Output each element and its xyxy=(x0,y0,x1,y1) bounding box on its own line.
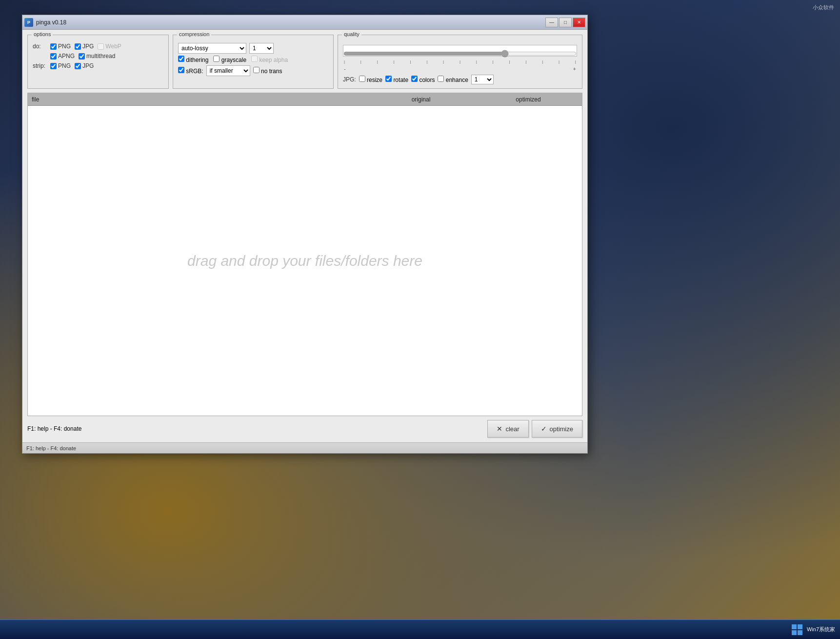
maximize-button[interactable]: □ xyxy=(559,18,572,27)
compression-legend: compression xyxy=(177,31,211,37)
svg-rect-3 xyxy=(798,630,802,635)
taskbar: Win7系统家 xyxy=(0,619,840,639)
title-bar-controls: — □ ✕ xyxy=(545,18,585,27)
optimize-button[interactable]: ✓ optimize xyxy=(532,420,582,438)
do-label: do: xyxy=(33,43,46,50)
status-text: F1: help - F4: donate xyxy=(27,425,81,432)
srgb-label[interactable]: sRGB: xyxy=(178,67,203,75)
button-row: ✕ clear ✓ optimize xyxy=(487,420,582,438)
svg-rect-1 xyxy=(798,624,802,629)
jpg-enhance-checkbox[interactable] xyxy=(438,76,444,82)
window-title: pinga v0.18 xyxy=(36,19,66,26)
jpg-num-select[interactable]: 1 2 3 xyxy=(471,75,494,84)
strip-jpg-checkbox[interactable] xyxy=(75,63,81,69)
do-webp-label[interactable]: WebP xyxy=(98,43,121,50)
close-button[interactable]: ✕ xyxy=(573,18,585,27)
compression-num-select[interactable]: 1 2 3 4 xyxy=(249,43,274,54)
do-multithread-checkbox[interactable] xyxy=(79,53,85,60)
bottom-bar: F1: help - F4: donate ✕ clear ✓ optimize xyxy=(27,420,582,438)
optimize-icon: ✓ xyxy=(541,425,547,433)
no-trans-checkbox[interactable] xyxy=(253,67,260,73)
keep-alpha-checkbox[interactable] xyxy=(251,56,258,62)
jpg-resize-label[interactable]: resize xyxy=(359,76,382,83)
col-optimized-header: optimized xyxy=(475,96,582,103)
do-webp-checkbox[interactable] xyxy=(98,43,104,50)
strip-jpg-label[interactable]: JPG xyxy=(75,62,94,69)
minimize-button[interactable]: — xyxy=(545,18,558,27)
compression-panel: compression auto-lossy lossless lossy au… xyxy=(173,35,334,89)
quality-slider[interactable] xyxy=(343,50,577,58)
clear-icon: ✕ xyxy=(497,425,502,433)
app-content: options do: PNG JPG WebP xyxy=(22,30,587,442)
dithering-label[interactable]: dithering xyxy=(178,56,208,63)
optimize-label: optimize xyxy=(550,425,573,433)
do-apng-label[interactable]: APNG xyxy=(50,53,75,60)
do-multithread-label[interactable]: multithread xyxy=(79,53,115,60)
jpg-resize-checkbox[interactable] xyxy=(359,76,365,82)
clear-button[interactable]: ✕ clear xyxy=(487,420,528,438)
app-icon: P xyxy=(24,18,33,27)
title-bar-left: P pinga v0.18 xyxy=(24,18,66,27)
watermark: 小众软件 xyxy=(813,4,834,11)
no-trans-label[interactable]: no trans xyxy=(253,67,282,75)
options-panel: options do: PNG JPG WebP xyxy=(27,35,169,89)
app-window: P pinga v0.18 — □ ✕ options do: PNG xyxy=(22,15,588,454)
grayscale-label[interactable]: grayscale xyxy=(213,56,246,63)
taskbar-sys-label: Win7系统家 xyxy=(807,626,835,633)
strip-label: strip: xyxy=(33,62,46,69)
srgb-select[interactable]: if smaller always never xyxy=(206,65,250,76)
strip-png-checkbox[interactable] xyxy=(50,63,57,69)
col-file-header: file xyxy=(28,96,367,103)
file-table: file original optimized drag and drop yo… xyxy=(27,93,582,416)
do-png-checkbox[interactable] xyxy=(50,43,57,50)
compression-mode-select[interactable]: auto-lossy lossless lossy auto xyxy=(178,43,246,54)
dithering-checkbox[interactable] xyxy=(178,56,184,62)
do-apng-checkbox[interactable] xyxy=(50,53,57,60)
quality-legend: quality xyxy=(342,31,361,37)
win-logo[interactable] xyxy=(790,623,804,637)
app-statusbar: F1: help - F4: donate xyxy=(22,442,587,453)
svg-rect-0 xyxy=(792,624,797,629)
svg-rect-2 xyxy=(792,630,797,635)
drop-hint: drag and drop your files/folders here xyxy=(187,253,422,269)
slider-marks: ||||| ||||| ||||| xyxy=(343,60,577,64)
quality-panel: quality ||||| ||||| ||||| xyxy=(338,35,582,89)
do-jpg-checkbox[interactable] xyxy=(75,43,81,50)
do-jpg-label[interactable]: JPG xyxy=(75,43,94,50)
grayscale-checkbox[interactable] xyxy=(213,56,220,62)
do-png-label[interactable]: PNG xyxy=(50,43,71,50)
clear-label: clear xyxy=(505,425,519,433)
srgb-checkbox[interactable] xyxy=(178,67,184,73)
taskbar-clock: Win7系统家 xyxy=(790,623,835,637)
title-bar: P pinga v0.18 — □ ✕ xyxy=(22,15,587,30)
keep-alpha-label[interactable]: keep alpha xyxy=(251,56,288,63)
col-original-header: original xyxy=(367,96,475,103)
jpg-colors-label[interactable]: colors xyxy=(411,76,435,83)
top-panels: options do: PNG JPG WebP xyxy=(27,35,582,89)
strip-png-label[interactable]: PNG xyxy=(50,62,71,69)
jpg-rotate-checkbox[interactable] xyxy=(385,76,392,82)
jpg-enhance-label[interactable]: enhance xyxy=(438,76,468,83)
quality-signs: - + xyxy=(343,66,577,72)
file-table-header: file original optimized xyxy=(28,93,582,106)
jpg-rotate-label[interactable]: rotate xyxy=(385,76,408,83)
file-table-body[interactable]: drag and drop your files/folders here xyxy=(28,106,582,416)
windows-logo-icon xyxy=(791,624,803,636)
options-legend: options xyxy=(32,31,53,37)
statusbar-text: F1: help - F4: donate xyxy=(26,445,76,451)
jpg-colors-checkbox[interactable] xyxy=(411,76,418,82)
jpg-label: JPG: xyxy=(343,76,356,83)
